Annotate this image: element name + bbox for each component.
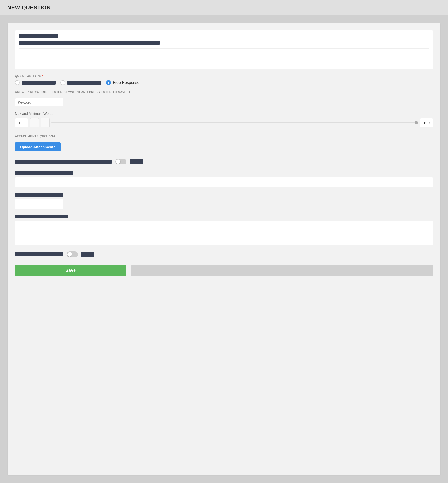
redacted-bar-short [19, 34, 58, 38]
min-words-input[interactable] [15, 118, 28, 127]
radio-group: Free Response [15, 80, 433, 85]
field-3-textarea[interactable] [15, 221, 433, 245]
answer-keywords-label: ANSWER KEYWORDS - Enter keyword and pres… [15, 90, 433, 94]
save-button[interactable]: Save [15, 265, 126, 276]
radio-circle-free-response[interactable] [106, 80, 111, 85]
field-section-1 [15, 171, 433, 187]
bottom-toggle-knob [67, 252, 72, 257]
max-words-display: 100 [420, 118, 433, 127]
toggle-switch-1[interactable] [115, 159, 126, 164]
cancel-button[interactable] [131, 265, 433, 276]
bottom-toggle-extra [81, 252, 94, 257]
radio-label-bar-2 [67, 81, 101, 85]
field-2-label [15, 193, 63, 197]
answer-keywords-section: ANSWER KEYWORDS - Enter keyword and pres… [15, 90, 433, 106]
range-slider-container [51, 122, 418, 123]
form-container: QUESTION TYPE * Free Response [7, 23, 441, 476]
top-section [15, 30, 433, 69]
upload-attachments-button[interactable]: Upload Attachments [15, 142, 61, 151]
top-section-description [19, 48, 429, 65]
toggle-knob-1 [116, 159, 120, 164]
field-3-label [15, 215, 68, 218]
radio-label-bar-1 [22, 81, 56, 85]
minmax-small-box-2 [41, 118, 50, 127]
attachments-label: ATTACHMENTS (optional) [15, 135, 433, 138]
redacted-row-2 [19, 41, 429, 46]
field-section-3 [15, 215, 433, 246]
redacted-bar-long [19, 41, 160, 45]
minmax-small-box-1 [30, 118, 39, 127]
radio-circle-1[interactable] [15, 80, 20, 85]
field-1-label [15, 171, 73, 175]
page-title: NEW QUESTION [7, 4, 50, 10]
required-star: * [42, 74, 43, 78]
radio-option-free-response[interactable]: Free Response [106, 80, 139, 85]
toggle-row-1 [15, 159, 433, 164]
field-1-input[interactable] [15, 177, 433, 187]
toggle-row-1-extra [130, 159, 143, 164]
minmax-label: Max and Minimum Words [15, 112, 433, 116]
radio-option-1[interactable] [15, 80, 56, 85]
question-type-section: QUESTION TYPE * Free Response [15, 74, 433, 85]
question-type-label: QUESTION TYPE * [15, 74, 433, 78]
page-header: NEW QUESTION [0, 0, 448, 15]
keyword-input[interactable] [15, 98, 63, 106]
minmax-section: Max and Minimum Words 100 [15, 112, 433, 127]
radio-circle-2[interactable] [60, 80, 65, 85]
radio-option-2[interactable] [60, 80, 101, 85]
attachments-section: ATTACHMENTS (optional) Upload Attachment… [15, 135, 433, 151]
bottom-toggle-row [15, 251, 433, 257]
bottom-toggle-label [15, 252, 63, 256]
toggle-row-1-label [15, 160, 112, 164]
redacted-row-1 [19, 34, 429, 39]
field-2-input[interactable] [15, 199, 63, 209]
range-slider[interactable] [51, 122, 418, 123]
minmax-row: 100 [15, 118, 433, 127]
field-section-2 [15, 193, 433, 209]
free-response-label: Free Response [113, 80, 139, 85]
action-row: Save [15, 265, 433, 276]
bottom-toggle-switch[interactable] [67, 251, 78, 257]
